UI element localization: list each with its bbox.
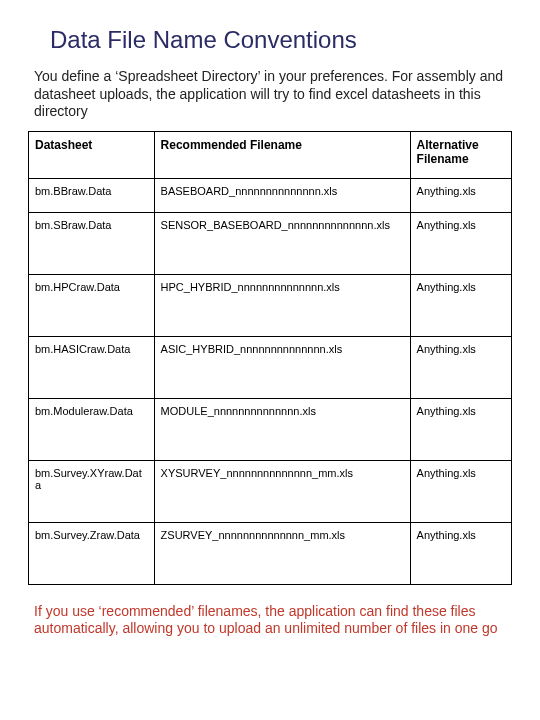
cell-alternative: Anything.xls <box>410 274 511 336</box>
cell-datasheet: bm.HPCraw.Data <box>29 274 155 336</box>
table-row: bm.HASICraw.Data ASIC_HYBRID_nnnnnnnnnnn… <box>29 336 512 398</box>
filename-table: Datasheet Recommended Filename Alternati… <box>28 131 512 585</box>
intro-paragraph: You define a ‘Spreadsheet Directory’ in … <box>34 68 512 121</box>
table-header-row: Datasheet Recommended Filename Alternati… <box>29 131 512 178</box>
cell-datasheet: bm.Survey.Zraw.Data <box>29 522 155 584</box>
cell-datasheet: bm.HASICraw.Data <box>29 336 155 398</box>
table-row: bm.Survey.XYraw.Data XYSURVEY_nnnnnnnnnn… <box>29 460 512 522</box>
page-title: Data File Name Conventions <box>50 26 512 54</box>
cell-alternative: Anything.xls <box>410 178 511 212</box>
cell-datasheet: bm.Survey.XYraw.Data <box>29 460 155 522</box>
table-row: bm.SBraw.Data SENSOR_BASEBOARD_nnnnnnnnn… <box>29 212 512 274</box>
footer-note: If you use ‘recommended’ filenames, the … <box>34 603 512 638</box>
cell-recommended: XYSURVEY_nnnnnnnnnnnnnn_mm.xls <box>154 460 410 522</box>
cell-recommended: SENSOR_BASEBOARD_nnnnnnnnnnnnnn.xls <box>154 212 410 274</box>
cell-datasheet: bm.BBraw.Data <box>29 178 155 212</box>
col-header-datasheet: Datasheet <box>29 131 155 178</box>
cell-alternative: Anything.xls <box>410 522 511 584</box>
table-row: bm.Survey.Zraw.Data ZSURVEY_nnnnnnnnnnnn… <box>29 522 512 584</box>
table-row: bm.Moduleraw.Data MODULE_nnnnnnnnnnnnnn.… <box>29 398 512 460</box>
cell-alternative: Anything.xls <box>410 460 511 522</box>
table-row: bm.BBraw.Data BASEBOARD_nnnnnnnnnnnnnn.x… <box>29 178 512 212</box>
col-header-alternative: Alternative Filename <box>410 131 511 178</box>
table-row: bm.HPCraw.Data HPC_HYBRID_nnnnnnnnnnnnnn… <box>29 274 512 336</box>
cell-recommended: ZSURVEY_nnnnnnnnnnnnnn_mm.xls <box>154 522 410 584</box>
cell-alternative: Anything.xls <box>410 212 511 274</box>
cell-recommended: ASIC_HYBRID_nnnnnnnnnnnnnn.xls <box>154 336 410 398</box>
cell-recommended: HPC_HYBRID_nnnnnnnnnnnnnn.xls <box>154 274 410 336</box>
cell-alternative: Anything.xls <box>410 398 511 460</box>
cell-recommended: BASEBOARD_nnnnnnnnnnnnnn.xls <box>154 178 410 212</box>
cell-recommended: MODULE_nnnnnnnnnnnnnn.xls <box>154 398 410 460</box>
col-header-recommended: Recommended Filename <box>154 131 410 178</box>
cell-datasheet: bm.SBraw.Data <box>29 212 155 274</box>
cell-alternative: Anything.xls <box>410 336 511 398</box>
cell-datasheet: bm.Moduleraw.Data <box>29 398 155 460</box>
